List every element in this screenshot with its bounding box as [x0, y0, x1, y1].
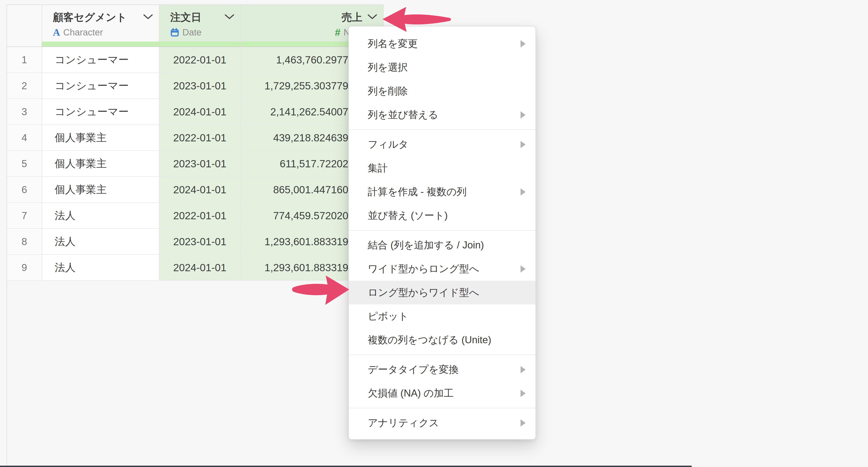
table-row: 5 個人事業主 2023-01-01 611,517.72202	[7, 151, 383, 177]
menu-item[interactable]: 複数の列をつなげる (Unite)	[349, 328, 535, 352]
menu-item-label: フィルタ	[368, 138, 408, 151]
menu-item-label: 列を削除	[368, 85, 408, 98]
menu-item[interactable]: アナリティクス	[349, 411, 535, 435]
menu-item-label: 列を選択	[368, 61, 408, 74]
chevron-down-icon[interactable]	[367, 14, 377, 21]
column-title: 売上	[342, 10, 362, 24]
row-number: 7	[7, 203, 42, 228]
cell-order-date[interactable]: 2022-01-01	[159, 47, 241, 72]
row-number: 4	[7, 125, 42, 151]
menu-item[interactable]: データタイプを変換	[349, 358, 535, 381]
column-title-row: 注文日	[159, 5, 240, 24]
menu-item[interactable]: 結合 (列を追加する / Join)	[349, 233, 535, 257]
menu-item[interactable]: 並び替え (ソート)	[349, 204, 535, 227]
cell-customer-segment[interactable]: コンシューマー	[42, 73, 159, 98]
valid-strip-segment	[42, 41, 159, 46]
submenu-arrow-icon	[521, 141, 526, 148]
row-number: 6	[7, 177, 42, 202]
menu-item-label: ワイド型からロング型へ	[368, 262, 479, 275]
menu-item[interactable]: ピボット	[349, 304, 535, 328]
column-title: 顧客セグメント	[53, 10, 127, 24]
menu-item-label: アナリティクス	[368, 416, 439, 430]
submenu-arrow-icon	[521, 265, 526, 273]
menu-item[interactable]: 列を削除	[349, 79, 535, 103]
menu-item-label: 結合 (列を追加する / Join)	[368, 238, 484, 252]
cell-order-date[interactable]: 2022-01-01	[159, 125, 241, 151]
table-row: 2 コンシューマー 2023-01-01 1,729,255.303779	[7, 73, 383, 99]
submenu-arrow-icon	[521, 419, 526, 427]
menu-item-label: 計算を作成 - 複数の列	[368, 185, 467, 199]
menu-item-label: ロング型からワイド型へ	[368, 286, 479, 299]
valid-values-strip	[7, 41, 383, 47]
valid-strip-rownum	[7, 41, 42, 46]
menu-item-label: 欠損値 (NA) の加工	[368, 387, 454, 400]
menu-item[interactable]: フィルタ	[349, 133, 535, 156]
cell-customer-segment[interactable]: 個人事業主	[42, 151, 159, 176]
menu-item[interactable]: 列を選択	[349, 56, 535, 79]
window-bottom-edge	[0, 466, 692, 467]
row-number: 1	[7, 47, 42, 72]
row-number-header	[7, 5, 42, 41]
cell-order-date[interactable]: 2022-01-01	[159, 203, 241, 228]
row-number: 5	[7, 151, 42, 176]
menu-item-label: ピボット	[368, 310, 408, 323]
numeric-hash-icon: #	[335, 28, 340, 37]
cell-customer-segment[interactable]: 法人	[42, 203, 159, 228]
menu-item[interactable]: 列名を変更	[349, 32, 535, 56]
cell-order-date[interactable]: 2024-01-01	[159, 99, 241, 125]
menu-divider	[349, 408, 535, 408]
cell-order-date[interactable]: 2023-01-01	[159, 229, 241, 254]
table-row: 6 個人事業主 2024-01-01 865,001.447160	[7, 177, 383, 203]
table-header-row: 顧客セグメント A Character 注文日	[7, 4, 383, 41]
cell-customer-segment[interactable]: 法人	[42, 229, 159, 254]
app-screen: 顧客セグメント A Character 注文日	[0, 0, 868, 467]
cell-customer-segment[interactable]: コンシューマー	[42, 47, 159, 72]
data-table: 顧客セグメント A Character 注文日	[7, 4, 383, 281]
submenu-arrow-icon	[521, 188, 526, 196]
annotation-arrow-to-sales-dropdown	[381, 6, 452, 34]
row-number: 3	[7, 99, 42, 125]
menu-item-label: 並び替え (ソート)	[368, 209, 448, 222]
annotation-arrow-to-long-to-wide	[291, 274, 350, 307]
submenu-arrow-icon	[521, 390, 526, 397]
chevron-down-icon[interactable]	[224, 14, 235, 21]
menu-item-label: データタイプを変換	[368, 363, 459, 376]
menu-item[interactable]: ワイド型からロング型へ	[349, 257, 535, 281]
table-row: 3 コンシューマー 2024-01-01 2,141,262.54007	[7, 99, 383, 125]
column-header-order-date[interactable]: 注文日 Date	[159, 5, 241, 41]
cell-customer-segment[interactable]: 法人	[42, 255, 159, 280]
table-row: 1 コンシューマー 2022-01-01 1,463,760.2977	[7, 47, 383, 73]
table-body: 1 コンシューマー 2022-01-01 1,463,760.2977 2 コン…	[7, 47, 383, 281]
cell-order-date[interactable]: 2023-01-01	[159, 73, 241, 98]
menu-item[interactable]: 欠損値 (NA) の加工	[349, 381, 535, 405]
cell-customer-segment[interactable]: 個人事業主	[42, 177, 159, 202]
valid-strip-date	[159, 41, 241, 46]
column-title-row: 売上	[241, 5, 383, 24]
column-header-customer-segment[interactable]: 顧客セグメント A Character	[42, 5, 159, 41]
row-number: 8	[7, 229, 42, 254]
menu-item[interactable]: 列を並び替える	[349, 103, 535, 127]
menu-divider	[349, 355, 535, 355]
menu-item[interactable]: ロング型からワイド型へ	[349, 281, 535, 304]
menu-item-label: 列名を変更	[368, 37, 418, 51]
row-number: 2	[7, 73, 42, 98]
cell-customer-segment[interactable]: 個人事業主	[42, 125, 159, 151]
cell-order-date[interactable]: 2024-01-01	[159, 177, 241, 202]
chevron-down-icon[interactable]	[143, 14, 153, 21]
cell-order-date[interactable]: 2024-01-01	[159, 255, 241, 280]
menu-item[interactable]: 計算を作成 - 複数の列	[349, 180, 535, 204]
menu-divider	[349, 230, 535, 231]
menu-item-label: 複数の列をつなげる (Unite)	[368, 333, 491, 347]
menu-item-label: 集計	[368, 162, 388, 175]
table-row: 8 法人 2023-01-01 1,293,601.883319	[7, 229, 383, 255]
cell-order-date[interactable]: 2023-01-01	[159, 151, 241, 176]
submenu-arrow-icon	[521, 40, 526, 47]
column-type-row: A Character	[42, 27, 159, 41]
submenu-arrow-icon	[521, 366, 526, 373]
column-context-menu: 列名を変更 列を選択 列を削除 列を並び替える	[348, 26, 536, 440]
submenu-arrow-icon	[521, 111, 526, 119]
calendar-icon	[170, 28, 179, 37]
cell-customer-segment[interactable]: コンシューマー	[42, 99, 159, 125]
table-row: 7 法人 2022-01-01 774,459.572020	[7, 203, 383, 229]
menu-item[interactable]: 集計	[349, 156, 535, 180]
